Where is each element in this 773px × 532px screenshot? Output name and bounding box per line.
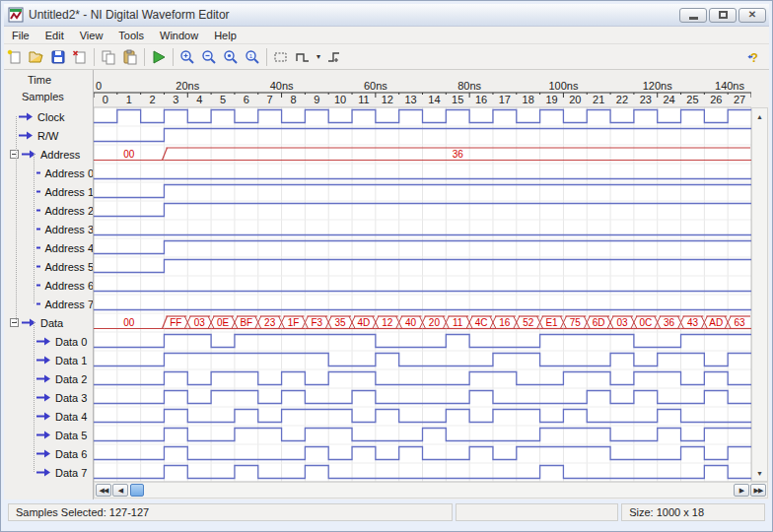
signal-row-address-4[interactable]: Address 4 (4, 238, 94, 257)
context-help-icon[interactable]: ? (743, 46, 765, 68)
app-icon (8, 7, 24, 23)
svg-text:6D: 6D (593, 317, 605, 328)
minimize-button[interactable] (679, 8, 707, 23)
signal-row-address-7[interactable]: Address 7 (4, 295, 94, 313)
signal-row-clock[interactable]: Clock (4, 107, 94, 126)
signal-arrow-icon (35, 337, 51, 346)
close-button[interactable]: ✕ (738, 8, 766, 23)
signal-row-data-5[interactable]: Data 5 (4, 426, 94, 444)
signal-row-address-5[interactable]: Address 5 (4, 257, 94, 276)
signal-arrow-icon (35, 206, 40, 215)
tree-line (34, 322, 35, 472)
signal-label: Data 0 (55, 336, 87, 348)
horizontal-scrollbar[interactable]: ◀◀ ◀ ▶ ▶▶ (94, 482, 768, 499)
signal-arrow-icon (18, 131, 34, 140)
svg-text:?: ? (750, 50, 758, 65)
svg-text:40: 40 (405, 317, 417, 328)
vertical-scrollbar[interactable]: ▲ ▼ (751, 107, 768, 482)
signal-label: R/W (37, 130, 58, 142)
signal-row-address-0[interactable]: Address 0 (4, 164, 94, 182)
svg-text:24: 24 (664, 94, 675, 105)
menu-item-tools[interactable]: Tools (110, 28, 152, 43)
signal-row-address-3[interactable]: Address 3 (4, 220, 94, 238)
signal-label: Address 1 (44, 186, 94, 198)
signal-row-data-1[interactable]: Data 1 (4, 351, 94, 369)
signal-row-data[interactable]: Data (4, 313, 94, 332)
marquee-select-icon[interactable] (270, 46, 292, 68)
menu-item-help[interactable]: Help (206, 28, 245, 43)
new-file-icon[interactable] (4, 46, 26, 68)
svg-text:10: 10 (334, 94, 346, 105)
zoom-full-icon[interactable]: 1 (242, 46, 263, 68)
scroll-up-icon[interactable]: ▲ (753, 109, 766, 123)
collapse-toggle-icon[interactable] (10, 150, 19, 159)
signal-row-address-1[interactable]: Address 1 (4, 182, 94, 201)
svg-text:00: 00 (123, 149, 135, 160)
menu-item-window[interactable]: Window (152, 28, 206, 43)
signal-arrow-icon (35, 412, 51, 421)
scroll-right-icon[interactable]: ▶ (734, 484, 749, 497)
tree-line (16, 116, 17, 322)
hscroll-thumb[interactable] (130, 484, 144, 497)
signal-arrow-icon (35, 243, 40, 252)
pulse-dropdown-icon[interactable]: ▾ (314, 52, 323, 61)
signal-row-data-7[interactable]: Data 7 (4, 463, 94, 482)
svg-text:16: 16 (499, 317, 511, 328)
waveform-canvas[interactable]: 020ns40ns60ns80ns100ns120ns140ns01234567… (94, 70, 751, 482)
menu-item-edit[interactable]: Edit (37, 28, 72, 43)
zoom-out-icon[interactable] (198, 46, 220, 68)
svg-text:17: 17 (499, 94, 511, 105)
copy-icon[interactable] (98, 46, 119, 68)
run-icon[interactable] (148, 46, 170, 68)
svg-text:63: 63 (735, 317, 746, 328)
signal-label: Address 5 (44, 261, 94, 273)
zoom-selection-icon[interactable] (220, 46, 242, 68)
scroll-left-end-icon[interactable]: ◀◀ (96, 484, 111, 497)
signal-row-data-0[interactable]: Data 0 (4, 332, 94, 351)
signal-row-address-2[interactable]: Address 2 (4, 201, 94, 220)
signal-names-panel: Time Samples ClockR/WAddressAddress 0Add… (4, 70, 94, 499)
signal-row-data-6[interactable]: Data 6 (4, 444, 94, 463)
svg-text:12: 12 (382, 317, 393, 328)
signal-row-address-6[interactable]: Address 6 (4, 276, 94, 295)
svg-text:0E: 0E (217, 317, 230, 328)
toolbar-separator (173, 48, 174, 66)
samples-axis-label: Samples (22, 91, 64, 102)
toolbar-separator (266, 48, 267, 66)
save-icon[interactable] (47, 46, 69, 68)
signal-row-r-w[interactable]: R/W (4, 126, 94, 145)
signal-row-data-4[interactable]: Data 4 (4, 407, 94, 426)
maximize-button[interactable] (709, 8, 737, 23)
svg-text:18: 18 (523, 94, 534, 105)
time-axis-label: Time (28, 74, 51, 86)
scroll-down-icon[interactable]: ▼ (753, 466, 766, 480)
svg-text:0: 0 (103, 94, 108, 105)
delete-file-icon[interactable] (69, 46, 91, 68)
pulse-tool-icon[interactable] (292, 46, 314, 68)
signal-row-data-3[interactable]: Data 3 (4, 388, 94, 407)
svg-text:03: 03 (194, 317, 206, 328)
svg-text:9: 9 (314, 94, 319, 105)
svg-text:36: 36 (453, 149, 464, 160)
svg-text:AD: AD (709, 317, 723, 328)
edge-tool-icon[interactable] (323, 46, 345, 68)
zoom-in-icon[interactable] (176, 46, 198, 68)
svg-text:140ns: 140ns (715, 80, 744, 92)
signal-arrow-icon (35, 281, 40, 290)
scroll-right-end-icon[interactable]: ▶▶ (750, 484, 766, 497)
svg-text:FF: FF (170, 317, 181, 328)
paste-icon[interactable] (119, 46, 141, 68)
scroll-left-icon[interactable]: ◀ (112, 484, 128, 497)
signal-label: Data 2 (55, 373, 87, 385)
signal-arrow-icon (35, 468, 51, 477)
signal-row-data-2[interactable]: Data 2 (4, 369, 94, 388)
size-status: Size: 1000 x 18 (621, 503, 765, 521)
signal-label: Data 6 (55, 448, 87, 460)
svg-text:BF: BF (240, 317, 252, 328)
signal-row-address[interactable]: Address (4, 145, 94, 164)
menu-item-file[interactable]: File (4, 28, 37, 43)
open-file-icon[interactable] (26, 46, 47, 68)
menu-item-view[interactable]: View (72, 28, 111, 43)
collapse-toggle-icon[interactable] (10, 318, 19, 327)
signal-label: Data (40, 317, 63, 329)
